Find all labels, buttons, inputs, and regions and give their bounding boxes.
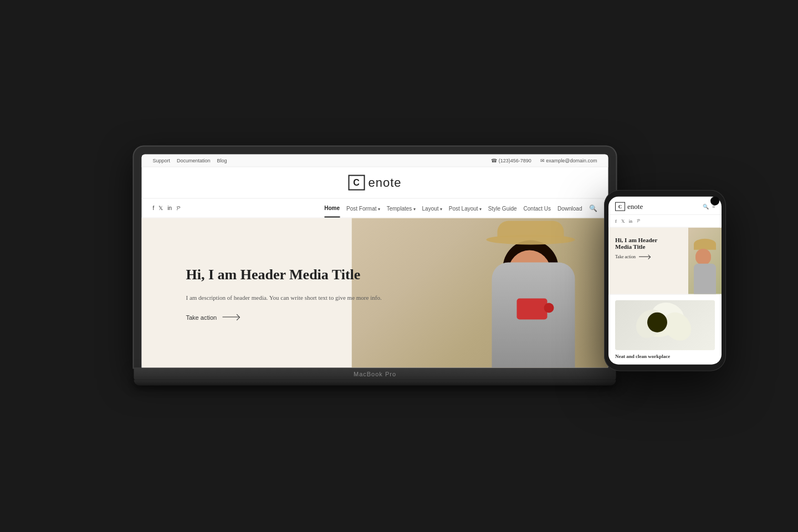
phone: C enote 🔍 ≡ f 𝕏 in 𝓟 Hi, I am Head <box>604 190 726 371</box>
phone-logo-name: enote <box>627 202 643 211</box>
phone-hero-cta[interactable]: Take action <box>615 254 675 259</box>
phone-hero-content: Hi, I am Header Media Title Take action <box>615 237 675 259</box>
nav-social: f 𝕏 in 𝓟 <box>153 205 181 217</box>
scene: Support Documentation Blog ☎ (123)456-78… <box>0 0 798 532</box>
top-bar: Support Documentation Blog ☎ (123)456-78… <box>142 155 608 167</box>
phone-hero-cta-label: Take action <box>615 254 636 259</box>
phone-search-icon[interactable]: 🔍 <box>703 204 709 209</box>
laptop-label: MacBook Pro <box>354 371 396 377</box>
phone-hero-arrow-icon <box>639 257 650 257</box>
hero-text: Hi, I am Header Media Title I am descrip… <box>142 265 382 320</box>
phone-person <box>691 239 719 294</box>
nav-download[interactable]: Download <box>557 205 582 211</box>
nav-bar: f 𝕏 in 𝓟 Home Post Format Templates Layo… <box>142 199 608 218</box>
laptop-screen-inner: Support Documentation Blog ☎ (123)456-78… <box>142 155 608 368</box>
nav-links: Home Post Format Templates Layout Post L… <box>324 204 582 217</box>
phone-social-pinterest[interactable]: 𝓟 <box>637 218 640 224</box>
website: Support Documentation Blog ☎ (123)456-78… <box>142 155 608 368</box>
hero-image <box>351 218 608 368</box>
flower-bg <box>615 300 715 350</box>
phone-social-bar: f 𝕏 in 𝓟 <box>608 215 722 228</box>
logo-letter: C <box>353 178 360 188</box>
phone-card: Neat and clean workplace <box>608 294 722 365</box>
laptop-screen-outer: Support Documentation Blog ☎ (123)456-78… <box>134 147 616 368</box>
nav-contact-us[interactable]: Contact Us <box>524 205 551 211</box>
nav-search[interactable]: 🔍 <box>589 204 597 218</box>
logo-name: enote <box>368 176 401 190</box>
phone-logo-letter: C <box>618 204 622 209</box>
flower-center <box>647 313 667 332</box>
topbar-email: ✉ example@domain.com <box>540 158 597 163</box>
phone-screen: C enote 🔍 ≡ f 𝕏 in 𝓟 Hi, I am Head <box>608 197 722 365</box>
nav-style-guide[interactable]: Style Guide <box>488 205 517 211</box>
logo-box: C <box>348 175 365 191</box>
topbar-link-blog[interactable]: Blog <box>217 158 227 163</box>
site-header: C enote <box>142 167 608 199</box>
top-bar-left: Support Documentation Blog <box>153 158 227 163</box>
phone-notch <box>710 197 719 206</box>
phone-social-twitter[interactable]: 𝕏 <box>621 218 625 223</box>
phone-hero-title: Hi, I am Header Media Title <box>615 237 675 250</box>
phone-logo-box: C <box>615 202 625 211</box>
camera-lens <box>544 303 554 313</box>
nav-layout[interactable]: Layout <box>422 205 442 211</box>
social-twitter[interactable]: 𝕏 <box>158 205 163 212</box>
social-pinterest[interactable]: 𝓟 <box>176 205 180 212</box>
social-facebook[interactable]: f <box>153 205 155 212</box>
phone-body <box>694 264 716 294</box>
phone-social-linkedin[interactable]: in <box>629 218 632 223</box>
person-illustration <box>475 218 597 368</box>
hat-crown <box>498 221 564 238</box>
hero-arrow-icon <box>222 317 239 318</box>
nav-home[interactable]: Home <box>324 204 340 217</box>
hero-title: Hi, I am Header Media Title <box>186 265 382 284</box>
social-linkedin[interactable]: in <box>167 205 172 212</box>
laptop-base: MacBook Pro <box>134 368 616 380</box>
laptop-foot <box>134 380 616 386</box>
topbar-link-support[interactable]: Support <box>153 158 171 163</box>
hero-description: I am description of header media. You ca… <box>186 293 382 303</box>
hero: Hi, I am Header Media Title I am descrip… <box>142 218 608 368</box>
camera <box>517 299 548 320</box>
nav-templates[interactable]: Templates <box>387 205 416 211</box>
nav-post-layout[interactable]: Post Layout <box>449 205 482 211</box>
site-logo[interactable]: C enote <box>348 175 401 191</box>
top-bar-right: ☎ (123)456-7890 ✉ example@domain.com <box>491 158 597 163</box>
hero-person-bg <box>351 218 608 368</box>
phone-hat <box>694 239 716 250</box>
phone-card-label: Neat and clean workplace <box>615 354 715 359</box>
topbar-link-documentation[interactable]: Documentation <box>177 158 211 163</box>
nav-post-format[interactable]: Post Format <box>346 205 380 211</box>
phone-logo[interactable]: C enote <box>615 202 643 211</box>
topbar-phone: ☎ (123)456-7890 <box>491 158 531 163</box>
phone-hero-image <box>688 228 722 294</box>
phone-social-facebook[interactable]: f <box>615 218 617 223</box>
hero-cta-label: Take action <box>186 314 217 320</box>
phone-face <box>695 249 711 265</box>
phone-header: C enote 🔍 ≡ <box>608 197 722 215</box>
laptop: Support Documentation Blog ☎ (123)456-78… <box>134 147 616 386</box>
hero-cta-button[interactable]: Take action <box>186 314 382 320</box>
phone-hero: Hi, I am Header Media Title Take action <box>608 228 722 294</box>
phone-card-image <box>615 300 715 350</box>
